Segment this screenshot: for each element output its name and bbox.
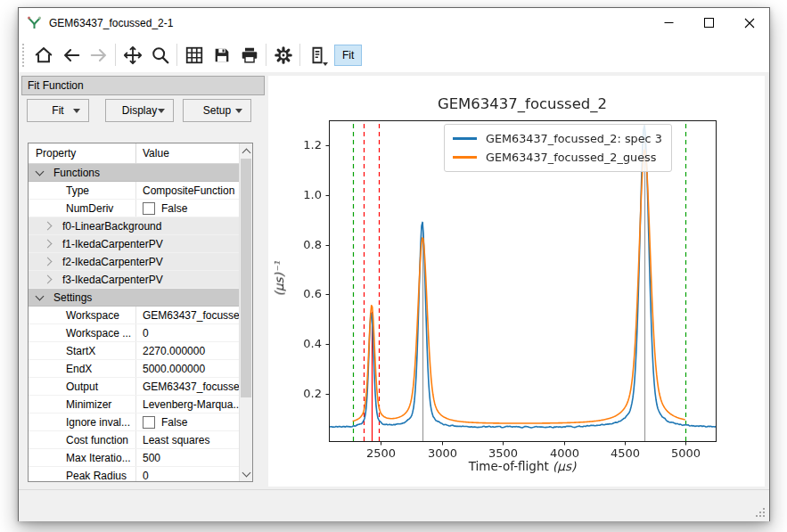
property-value[interactable]: 500	[135, 449, 239, 466]
print-icon	[240, 45, 259, 65]
dock-title[interactable]: Fit Function	[21, 76, 265, 95]
plot-toolbar: Fit	[19, 37, 769, 72]
title-bar[interactable]: GEM63437_focussed_2-1	[19, 8, 769, 37]
property-row[interactable]: EndX5000.000000	[29, 360, 239, 378]
toolbar-drag-handle[interactable]	[22, 44, 24, 67]
forward-button[interactable]	[85, 42, 112, 69]
row-label: f1-IkedaCarpenterPV	[62, 238, 163, 250]
column-header-property[interactable]: Property	[29, 147, 135, 160]
property-value[interactable]: CompositeFunction	[135, 182, 239, 199]
property-value[interactable]: 0	[135, 324, 239, 341]
property-value[interactable]: 2270.000000	[135, 342, 239, 359]
minimize-icon	[664, 18, 674, 28]
checkbox-unchecked-icon[interactable]	[143, 202, 155, 215]
property-row[interactable]: Ignore inval...False	[29, 413, 239, 431]
property-name: Minimizer	[29, 398, 135, 411]
property-value[interactable]: GEM63437_focusse...	[135, 307, 239, 323]
customize-button[interactable]	[269, 42, 297, 69]
property-row[interactable]: Max Iteratio...500	[29, 449, 239, 467]
zoom-button[interactable]	[146, 42, 174, 69]
property-row[interactable]: TypeCompositeFunction	[29, 182, 239, 200]
property-value[interactable]: 5000.000000	[135, 360, 239, 377]
property-row[interactable]: MinimizerLevenberg-Marqua...	[29, 396, 239, 413]
subplots-button[interactable]	[180, 42, 208, 69]
display-menu-button[interactable]: Display	[105, 99, 174, 122]
setup-menu-button[interactable]: Setup	[183, 99, 251, 122]
property-row[interactable]: NumDerivFalse	[29, 200, 239, 217]
function-row[interactable]: f2-IkedaCarpenterPV	[29, 253, 239, 271]
scroll-up-button[interactable]	[240, 144, 252, 158]
property-name: Max Iteratio...	[29, 452, 135, 464]
fit-window: GEM63437_focussed_2-1	[18, 7, 770, 521]
property-value[interactable]: 0	[135, 467, 239, 482]
maximize-button[interactable]	[689, 8, 729, 37]
row-label: Settings	[53, 291, 92, 304]
generate-script-button[interactable]	[303, 42, 331, 69]
property-row[interactable]: Peak Radius0	[29, 467, 239, 482]
property-row[interactable]: Workspace ...0	[29, 324, 239, 342]
section-row[interactable]: Settings	[29, 289, 239, 307]
property-table: Property Value FunctionsTypeCompositeFun…	[28, 143, 253, 482]
forward-arrow-icon	[89, 45, 109, 65]
checkbox-unchecked-icon[interactable]	[143, 416, 155, 429]
row-label: f2-IkedaCarpenterPV	[62, 256, 163, 268]
property-name: Output	[29, 381, 135, 393]
chevron-up-icon	[242, 148, 250, 157]
function-row[interactable]: f3-IkedaCarpenterPV	[29, 271, 239, 289]
property-value[interactable]: GEM63437_focusse...	[135, 378, 239, 395]
display-menu-label: Display	[122, 104, 157, 117]
function-row[interactable]: f0-LinearBackground	[29, 217, 239, 235]
plot-legend[interactable]: GEM63437_focussed_2: spec 3 GEM63437_foc…	[444, 124, 672, 172]
property-value[interactable]: Levenberg-Marqua...	[135, 396, 239, 413]
property-row[interactable]: StartX2270.000000	[29, 342, 239, 360]
section-row[interactable]: Functions	[29, 164, 239, 182]
row-label: f0-LinearBackground	[62, 220, 161, 233]
property-row[interactable]: WorkspaceGEM63437_focusse...	[29, 307, 239, 324]
collapse-icon[interactable]	[36, 167, 45, 176]
save-button[interactable]	[208, 42, 235, 69]
x-axis-label: Time-of-flight (μs)	[469, 459, 576, 473]
minimize-button[interactable]	[649, 8, 689, 37]
caret-down-icon	[158, 109, 165, 113]
property-name: Ignore inval...	[29, 416, 135, 429]
expand-icon[interactable]	[44, 258, 53, 266]
table-header[interactable]: Property Value	[29, 143, 239, 164]
y-axis-label: (μs)⁻¹	[272, 262, 286, 297]
back-button[interactable]	[57, 42, 85, 69]
fit-menu-button[interactable]: Fit	[27, 99, 89, 122]
toolbar-separator	[176, 44, 177, 66]
close-button[interactable]	[729, 8, 769, 37]
expand-icon[interactable]	[44, 222, 53, 231]
property-value[interactable]: False	[135, 200, 239, 217]
expand-icon[interactable]	[44, 240, 53, 249]
print-button[interactable]	[235, 42, 263, 69]
resize-grip[interactable]	[755, 507, 766, 518]
legend-line-swatch	[453, 156, 477, 159]
scrollbar-thumb[interactable]	[241, 159, 251, 397]
gear-icon	[274, 45, 293, 65]
scroll-down-button[interactable]	[240, 467, 252, 480]
row-label: Functions	[53, 167, 100, 179]
property-row[interactable]: OutputGEM63437_focusse...	[29, 378, 239, 396]
property-name: Type	[29, 184, 135, 197]
function-row[interactable]: f1-IkedaCarpenterPV	[29, 235, 239, 253]
toolbar-separator	[266, 44, 266, 66]
legend-label: GEM63437_focussed_2: spec 3	[486, 132, 662, 145]
maximize-icon	[704, 18, 714, 28]
home-button[interactable]	[29, 42, 57, 69]
collapse-icon[interactable]	[36, 291, 45, 300]
status-bar	[19, 489, 769, 521]
pan-button[interactable]	[119, 42, 146, 69]
property-name: NumDeriv	[29, 202, 135, 215]
caret-down-icon	[73, 109, 80, 113]
app-icon	[27, 15, 42, 30]
property-value[interactable]: Least squares	[135, 431, 239, 448]
fit-toggle-button[interactable]: Fit	[334, 45, 362, 66]
table-scrollbar[interactable]	[239, 143, 252, 481]
property-row[interactable]: Cost functionLeast squares	[29, 431, 239, 449]
expand-icon[interactable]	[44, 275, 53, 284]
legend-line-swatch	[453, 137, 477, 140]
column-header-value[interactable]: Value	[135, 143, 239, 163]
checkbox-label: False	[161, 416, 187, 429]
property-value[interactable]: False	[135, 413, 239, 430]
